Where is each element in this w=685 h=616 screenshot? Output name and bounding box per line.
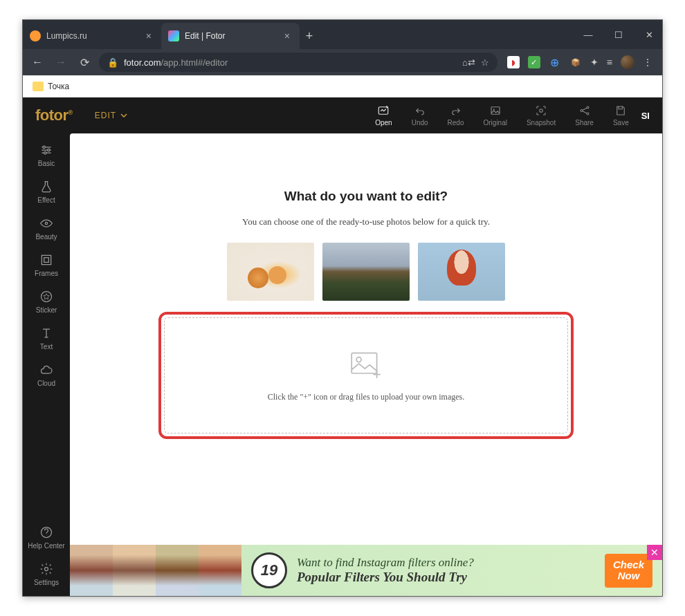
svg-point-13 bbox=[42, 292, 52, 302]
reload-button[interactable]: ⟳ bbox=[75, 56, 93, 69]
favicon-icon bbox=[30, 30, 41, 41]
top-actions: Open Undo Redo Original Snapshot bbox=[375, 104, 629, 127]
reading-list-icon[interactable]: ≡ bbox=[607, 57, 612, 68]
sample-image-landscape[interactable] bbox=[322, 243, 410, 301]
sidebar-frames[interactable]: Frames bbox=[35, 253, 58, 277]
address-bar: ← → ⟳ 🔒 fotor.com/app.html#/editor ⌂⇄ ☆ … bbox=[23, 49, 662, 75]
sample-image-portrait[interactable] bbox=[418, 243, 505, 301]
banner-close-icon[interactable]: ✕ bbox=[647, 545, 662, 560]
promo-banner[interactable]: 19 Want to find Instagram filters online… bbox=[70, 545, 662, 596]
url-input[interactable]: 🔒 fotor.com/app.html#/editor ⌂⇄ ☆ bbox=[99, 53, 497, 72]
extension-icon[interactable]: ⊕ bbox=[549, 56, 561, 68]
svg-point-8 bbox=[48, 149, 50, 151]
sidebar-sticker[interactable]: Sticker bbox=[36, 290, 57, 314]
dropzone-highlight: Click the "+" icon or drag files to uplo… bbox=[158, 312, 574, 439]
menu-icon[interactable]: ⋮ bbox=[643, 57, 652, 68]
chevron-down-icon bbox=[120, 113, 127, 118]
fotor-logo[interactable]: fotor® bbox=[35, 106, 73, 124]
tab-title: Lumpics.ru bbox=[46, 31, 87, 41]
svg-point-15 bbox=[44, 568, 48, 571]
profile-avatar[interactable] bbox=[621, 55, 634, 69]
forward-button[interactable]: → bbox=[52, 56, 70, 68]
star-icon[interactable]: ☆ bbox=[481, 57, 489, 68]
minimize-icon[interactable]: — bbox=[579, 30, 597, 40]
sample-image-donuts[interactable] bbox=[227, 243, 314, 301]
svg-point-6 bbox=[587, 113, 589, 115]
banner-text: Want to find Instagram filters online? P… bbox=[297, 556, 605, 585]
dropzone-text: Click the "+" icon or drag files to uplo… bbox=[268, 392, 465, 402]
upload-dropzone[interactable]: Click the "+" icon or drag files to uplo… bbox=[164, 317, 568, 433]
sidebar-help[interactable]: Help Center bbox=[28, 525, 64, 550]
redo-icon bbox=[450, 104, 462, 117]
banner-thumbnails bbox=[70, 545, 241, 596]
bookmark-item[interactable]: Точка bbox=[48, 82, 69, 91]
app-body: Basic Effect Beauty Frames Sticker bbox=[23, 133, 662, 596]
mode-label: EDIT bbox=[95, 111, 116, 120]
banner-cta[interactable]: Check Now bbox=[605, 554, 652, 588]
close-icon[interactable]: × bbox=[143, 30, 154, 41]
extension-icon[interactable]: ◗ bbox=[507, 56, 520, 68]
window-controls: — ☐ ✕ bbox=[579, 20, 662, 49]
new-tab-button[interactable]: + bbox=[300, 23, 319, 49]
close-window-icon[interactable]: ✕ bbox=[640, 30, 658, 40]
extension-icons: ◗ ✓ ⊕ 📦 ✦ ≡ ⋮ bbox=[503, 55, 657, 69]
save-icon bbox=[614, 104, 627, 117]
svg-point-7 bbox=[43, 146, 45, 148]
svg-point-9 bbox=[44, 152, 46, 154]
favicon-icon bbox=[168, 30, 179, 41]
snapshot-button[interactable]: Snapshot bbox=[527, 104, 556, 127]
svg-rect-12 bbox=[44, 258, 49, 263]
url-domain: fotor.com bbox=[124, 57, 161, 68]
tab-lumpics[interactable]: Lumpics.ru × bbox=[23, 23, 161, 49]
svg-rect-1 bbox=[491, 107, 500, 115]
svg-point-3 bbox=[540, 109, 543, 113]
star-icon bbox=[39, 290, 53, 304]
extensions-icon[interactable]: ✦ bbox=[590, 57, 599, 68]
url-path: /app.html#/editor bbox=[161, 57, 228, 68]
tab-title: Edit | Fotor bbox=[185, 31, 225, 41]
app-container: fotor® EDIT Open Undo Redo bbox=[23, 97, 662, 596]
undo-icon bbox=[414, 104, 426, 117]
bookmarks-bar: Точка bbox=[23, 75, 662, 97]
back-button[interactable]: ← bbox=[28, 56, 46, 68]
share-icon bbox=[578, 104, 591, 117]
close-icon[interactable]: × bbox=[282, 30, 293, 41]
sidebar-settings[interactable]: Settings bbox=[34, 562, 59, 586]
redo-button[interactable]: Redo bbox=[448, 104, 464, 127]
sidebar-text[interactable]: Text bbox=[39, 326, 53, 351]
lock-icon: 🔒 bbox=[107, 57, 118, 68]
signin-fragment[interactable]: SI bbox=[641, 111, 650, 121]
help-icon bbox=[39, 525, 53, 539]
prompt-heading: What do you want to edit? bbox=[158, 189, 574, 204]
open-button[interactable]: Open bbox=[375, 104, 392, 127]
sidebar-effect[interactable]: Effect bbox=[37, 180, 55, 204]
svg-point-4 bbox=[581, 110, 583, 112]
app-topbar: fotor® EDIT Open Undo Redo bbox=[23, 97, 662, 133]
save-button[interactable]: Save bbox=[613, 104, 629, 127]
mode-dropdown[interactable]: EDIT bbox=[95, 111, 127, 120]
sliders-icon bbox=[39, 143, 53, 157]
extension-icon[interactable]: 📦 bbox=[569, 56, 582, 68]
browser-window: Lumpics.ru × Edit | Fotor × + — ☐ ✕ ← → … bbox=[22, 19, 663, 597]
tab-fotor[interactable]: Edit | Fotor × bbox=[161, 23, 300, 49]
undo-button[interactable]: Undo bbox=[412, 104, 428, 127]
extension-icon[interactable]: ✓ bbox=[528, 56, 540, 68]
maximize-icon[interactable]: ☐ bbox=[610, 30, 628, 40]
image-plus-icon bbox=[348, 349, 384, 380]
eye-icon bbox=[39, 216, 53, 230]
sidebar-beauty[interactable]: Beauty bbox=[35, 216, 57, 241]
svg-rect-11 bbox=[42, 255, 51, 264]
folder-icon bbox=[33, 82, 44, 91]
original-button[interactable]: Original bbox=[483, 104, 506, 127]
svg-point-10 bbox=[45, 222, 47, 224]
open-icon bbox=[377, 104, 390, 117]
prompt-subheading: You can choose one of the ready-to-use p… bbox=[158, 216, 574, 227]
cloud-icon bbox=[39, 363, 53, 377]
sample-row bbox=[158, 243, 574, 301]
sidebar-basic[interactable]: Basic bbox=[38, 143, 55, 167]
share-button[interactable]: Share bbox=[575, 104, 594, 127]
flask-icon bbox=[39, 180, 53, 194]
frame-icon bbox=[39, 253, 53, 267]
translate-icon[interactable]: ⌂⇄ bbox=[462, 57, 475, 68]
sidebar-cloud[interactable]: Cloud bbox=[37, 363, 55, 387]
